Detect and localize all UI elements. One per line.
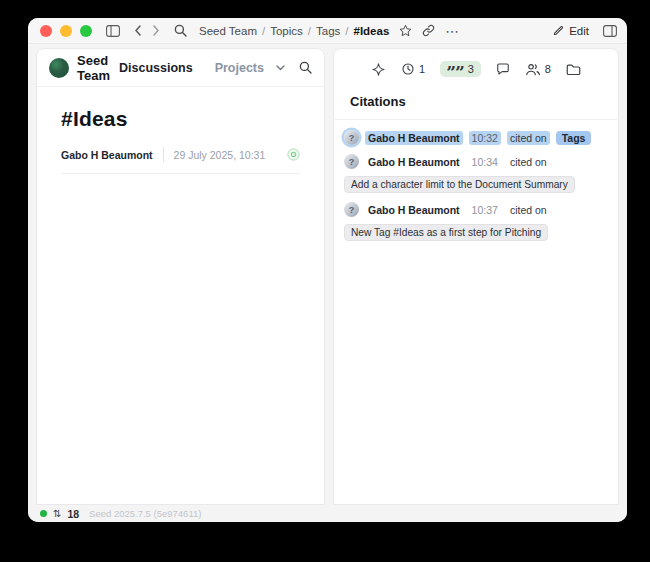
online-status-icon	[40, 510, 47, 517]
citation-action: cited on	[507, 155, 550, 169]
citation-row[interactable]: ?Gabo H Beaumont10:32cited onTags	[344, 130, 608, 145]
breadcrumb-separator: /	[262, 25, 265, 37]
citation-author: Gabo H Beaumont	[365, 203, 463, 217]
citation-time: 10:34	[469, 155, 501, 169]
sparkle-button[interactable]	[371, 62, 386, 77]
citations-title: Citations	[334, 94, 618, 109]
cited-document-pill[interactable]: Add a character limit to the Document Su…	[344, 176, 575, 193]
document-body: #Ideas Gabo H Beaumont 29 July 2025, 10:…	[37, 87, 324, 174]
citation-action: cited on	[507, 203, 550, 217]
user-avatar: ?	[344, 154, 359, 169]
panel-search-icon[interactable]	[299, 61, 312, 74]
status-seed-icon[interactable]	[287, 148, 300, 161]
panel-toggle-icon[interactable]	[603, 25, 617, 37]
document-panel: Seed Team Discussions Projects #Ideas Ga…	[36, 48, 325, 505]
chevron-down-icon[interactable]	[276, 65, 285, 71]
forward-icon[interactable]	[152, 25, 160, 36]
history-button[interactable]: 1	[401, 62, 425, 76]
tab-discussions[interactable]: Discussions	[119, 61, 193, 75]
created-date: 29 July 2025, 10:31	[174, 149, 266, 161]
files-button[interactable]	[566, 63, 581, 76]
breadcrumb-item[interactable]: Seed Team	[199, 25, 257, 37]
breadcrumb-item[interactable]: Topics	[270, 25, 303, 37]
citations-button[interactable]: ”” 3	[440, 61, 481, 77]
sparkle-icon	[371, 62, 386, 77]
divider	[163, 147, 164, 162]
members-button[interactable]: 8	[525, 63, 551, 76]
content-area: Seed Team Discussions Projects #Ideas Ga…	[28, 44, 627, 505]
citation-row[interactable]: ?Gabo H Beaumont10:37cited on	[344, 202, 608, 217]
minimize-button[interactable]	[60, 25, 72, 37]
back-icon[interactable]	[134, 25, 142, 36]
comments-button[interactable]	[496, 62, 510, 76]
user-avatar: ?	[344, 202, 359, 217]
sync-count: 18	[67, 508, 79, 520]
breadcrumb-separator: /	[308, 25, 311, 37]
citation-author: Gabo H Beaumont	[365, 131, 463, 145]
page-title: #Ideas	[61, 107, 300, 131]
zoom-button[interactable]	[80, 25, 92, 37]
breadcrumb[interactable]: Seed Team / Topics / Tags / #Ideas	[199, 25, 389, 37]
citation-time: 10:37	[469, 203, 501, 217]
citations-list: ?Gabo H Beaumont10:32cited onTags?Gabo H…	[334, 120, 618, 250]
close-button[interactable]	[40, 25, 52, 37]
tab-projects[interactable]: Projects	[215, 61, 264, 75]
breadcrumb-item[interactable]: Tags	[316, 25, 340, 37]
tab-projects-label: Projects	[215, 61, 264, 75]
author-row: Gabo H Beaumont 29 July 2025, 10:31	[61, 147, 300, 162]
app-window: Seed Team / Topics / Tags / #Ideas ⋯ Edi…	[28, 18, 627, 522]
team-name[interactable]: Seed Team	[77, 53, 119, 83]
search-icon[interactable]	[174, 24, 187, 37]
titlebar: Seed Team / Topics / Tags / #Ideas ⋯ Edi…	[28, 18, 627, 44]
quotes-icon: ””	[446, 68, 464, 76]
breadcrumb-separator: /	[345, 25, 348, 37]
traffic-lights	[40, 25, 92, 37]
user-avatar: ?	[344, 130, 359, 145]
panel-toolbar: 1 ”” 3 8	[334, 49, 618, 89]
more-icon[interactable]: ⋯	[445, 26, 460, 36]
members-count: 8	[545, 63, 551, 75]
citation-action: cited on	[507, 131, 550, 145]
author-name[interactable]: Gabo H Beaumont	[61, 149, 153, 161]
breadcrumb-current: #Ideas	[353, 25, 389, 37]
citation-row[interactable]: ?Gabo H Beaumont10:34cited on	[344, 154, 608, 169]
app-version: Seed 2025.7.5 (5e974611)	[89, 508, 201, 519]
citation-time: 10:32	[469, 131, 501, 145]
citations-count: 3	[468, 63, 474, 75]
cited-document-pill[interactable]: New Tag #Ideas as a first step for Pitch…	[344, 224, 548, 241]
link-icon[interactable]	[422, 24, 435, 37]
citations-panel: 1 ”” 3 8	[333, 48, 619, 505]
sidebar-toggle-icon[interactable]	[106, 25, 120, 37]
edit-label: Edit	[569, 25, 589, 37]
citation-target-pill[interactable]: Tags	[556, 131, 592, 145]
chat-icon	[496, 62, 510, 76]
clock-icon	[401, 62, 415, 76]
folder-icon	[566, 63, 581, 76]
citation-author: Gabo H Beaumont	[365, 155, 463, 169]
people-icon	[525, 63, 541, 76]
edit-button[interactable]: Edit	[553, 25, 589, 37]
pencil-icon	[553, 25, 564, 36]
statusbar: ⇅ 18 Seed 2025.7.5 (5e974611)	[28, 505, 627, 522]
history-count: 1	[419, 63, 425, 75]
team-avatar[interactable]	[49, 58, 69, 78]
star-icon[interactable]	[399, 24, 412, 37]
team-header: Seed Team Discussions Projects	[37, 49, 324, 87]
sync-icon: ⇅	[53, 509, 61, 519]
divider	[61, 173, 300, 174]
